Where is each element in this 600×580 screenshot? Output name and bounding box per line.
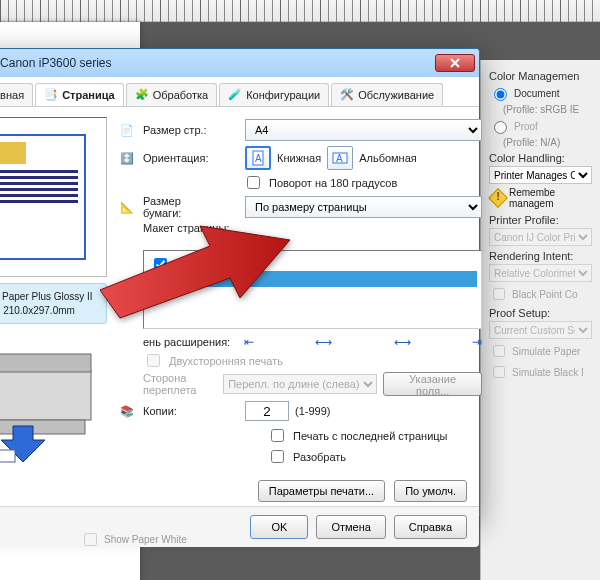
ok-button[interactable]: OK — [250, 515, 308, 539]
bpc-checkbox — [493, 288, 505, 300]
show-paper-white-checkbox — [84, 533, 97, 546]
close-icon — [450, 58, 460, 68]
page-size-label: Размер стр.: — [143, 124, 239, 136]
copies-label: Копии: — [143, 405, 239, 417]
extension-slider[interactable]: ⇤ ⟷ ⟷ ⇥ — [244, 335, 482, 349]
tab-maintenance[interactable]: 🛠️Обслуживание — [331, 83, 443, 106]
radio-proof[interactable] — [494, 121, 507, 134]
print-options-button[interactable]: Параметры печати... — [258, 480, 385, 502]
tab-main[interactable]: 📄авная — [0, 83, 33, 106]
defaults-button[interactable]: По умолч. — [394, 480, 467, 502]
layout-label: Макет страницы: — [143, 222, 239, 234]
page-size-icon: 📄 — [117, 124, 137, 137]
collate-label: Разобрать — [293, 451, 346, 463]
color-handling-label: Color Handling: — [489, 152, 592, 164]
orientation-label: Ориентация: — [143, 152, 239, 164]
slider-tick-icon: ⟷ — [394, 335, 411, 349]
slider-tick-icon: ⟷ — [315, 335, 332, 349]
page-size-select[interactable]: A4 — [245, 119, 482, 141]
printer-illustration — [0, 336, 107, 466]
rendering-intent-label: Rendering Intent: — [489, 250, 592, 262]
sim-paper-label: Simulate Paper — [512, 346, 580, 357]
copies-input[interactable] — [245, 401, 289, 421]
copies-icon: 📚 — [117, 405, 137, 418]
orientation-landscape[interactable]: A — [327, 146, 353, 170]
cancel-button[interactable]: Отмена — [316, 515, 385, 539]
svg-rect-0 — [0, 370, 91, 420]
radio-document[interactable] — [494, 88, 507, 101]
help-button[interactable]: Справка — [394, 515, 467, 539]
stray-show-paper-white: Show Paper White — [80, 530, 187, 549]
panel-title: Color Managemen — [489, 70, 592, 82]
document-profile: (Profile: sRGB IE — [503, 104, 592, 115]
extension-label: ень расширения: — [143, 336, 238, 348]
from-last-checkbox[interactable] — [271, 429, 284, 442]
sim-black-label: Simulate Black I — [512, 367, 584, 378]
color-handling-select[interactable]: Printer Manages Col — [489, 166, 592, 184]
icon-profiles: 🧪 — [228, 88, 242, 102]
duplex-checkbox — [147, 354, 160, 367]
titlebar[interactable]: ства: Canon iP3600 series — [0, 49, 479, 77]
rotate-180-label: Поворот на 180 градусов — [269, 177, 397, 189]
warning-text: Remembe managem — [509, 187, 555, 209]
svg-rect-3 — [0, 450, 15, 462]
borderless-label: Печать без полей — [174, 259, 264, 271]
printer-profile-label: Printer Profile: — [489, 214, 592, 226]
horizontal-ruler — [0, 0, 600, 22]
proof-profile: (Profile: N/A) — [503, 137, 592, 148]
slider-tick-icon: ⇤ — [244, 335, 254, 349]
tab-page[interactable]: 📑Страница — [35, 83, 124, 106]
bpc-label: Black Point Co — [512, 289, 578, 300]
binding-select: Перепл. по длине (слева) — [223, 374, 377, 394]
window-title: ства: Canon iP3600 series — [0, 56, 435, 70]
tab-processing[interactable]: 🧩Обработка — [126, 83, 217, 106]
printer-profile-select: Canon IJ Color Prin — [489, 228, 592, 246]
paper-size-icon: 📐 — [117, 201, 137, 214]
icon-processing: 🧩 — [135, 88, 149, 102]
orientation-portrait[interactable]: A — [245, 146, 271, 170]
copies-range: (1-999) — [295, 405, 330, 417]
duplex-label: Двухсторонняя печать — [169, 355, 283, 367]
proof-setup-label: Proof Setup: — [489, 307, 592, 319]
layout-hint: Норм. размер — [156, 273, 220, 284]
document-label: Document — [514, 88, 560, 99]
icon-page: 📑 — [44, 88, 58, 102]
tab-bar: 📄авная 📑Страница 🧩Обработка 🧪Конфигураци… — [0, 77, 479, 107]
layout-pane[interactable]: Печать без полей Норм. размер — [143, 250, 482, 329]
borderless-checkbox[interactable] — [154, 258, 167, 271]
print-properties-dialog: ства: Canon iP3600 series 📄авная 📑Страни… — [0, 48, 480, 518]
sim-black-checkbox — [493, 366, 505, 378]
svg-rect-1 — [0, 354, 91, 372]
margins-button: Указание поля... — [383, 372, 482, 396]
paper-size-select[interactable]: По размеру страницы — [245, 196, 482, 218]
binding-label: Сторона переплета — [143, 372, 217, 396]
icon-maintenance: 🛠️ — [340, 88, 354, 102]
close-button[interactable] — [435, 54, 475, 72]
color-management-panel: Color Managemen Document (Profile: sRGB … — [480, 60, 600, 580]
orientation-icon: ↕️ — [117, 152, 137, 165]
tab-profiles[interactable]: 🧪Конфигурации — [219, 83, 329, 106]
media-label: oto Paper Plus Glossy II 210.0x297.0mm — [0, 283, 107, 324]
proof-setup-select: Current Custom Set — [489, 321, 592, 339]
svg-text:A: A — [336, 153, 343, 164]
page-thumbnail — [0, 117, 107, 277]
rotate-180-checkbox[interactable] — [247, 176, 260, 189]
from-last-label: Печать с последней страницы — [293, 430, 448, 442]
proof-label: Proof — [514, 121, 538, 132]
sim-paper-checkbox — [493, 345, 505, 357]
collate-checkbox[interactable] — [271, 450, 284, 463]
slider-tick-icon: ⇥ — [472, 335, 482, 349]
svg-text:A: A — [255, 153, 262, 164]
rendering-intent-select: Relative Colorimetri — [489, 264, 592, 282]
warning-icon — [488, 188, 508, 208]
